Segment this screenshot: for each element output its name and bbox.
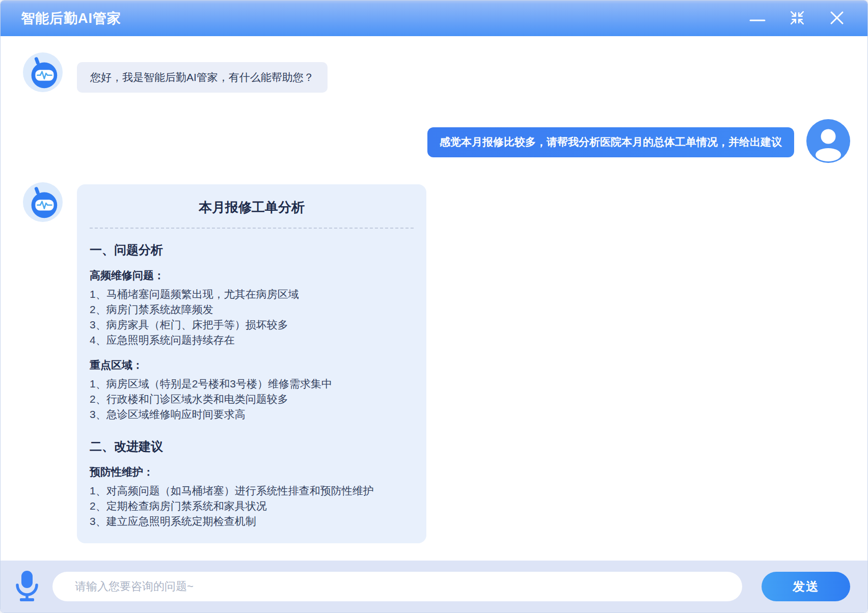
- composer-bar: 发送: [1, 561, 867, 612]
- list-item: 1、马桶堵塞问题频繁出现，尤其在病房区域: [90, 287, 414, 302]
- list-item: 3、建立应急照明系统定期检查机制: [90, 514, 414, 529]
- subheading-preventive-maintenance: 预防性维护：: [90, 465, 414, 479]
- close-button[interactable]: [828, 9, 846, 27]
- user-message-row: 感觉本月报修比较多，请帮我分析医院本月的总体工单情况，并给出建议: [23, 120, 850, 163]
- list-item: 3、病房家具（柜门、床把手等）损坏较多: [90, 317, 414, 332]
- section-heading-improvement: 二、改进建议: [90, 438, 414, 455]
- preventive-maintenance-list: 1、对高频问题（如马桶堵塞）进行系统性排查和预防性维护 2、定期检查病房门禁系统…: [90, 483, 414, 529]
- robot-avatar-icon: [23, 182, 63, 222]
- title-bar: 智能后勤AI管家: [1, 1, 867, 36]
- list-item: 1、病房区域（特别是2号楼和3号楼）维修需求集中: [90, 376, 414, 392]
- analysis-card: 本月报修工单分析 一、问题分析 高频维修问题： 1、马桶堵塞问题频繁出现，尤其在…: [77, 184, 426, 543]
- analysis-card-title: 本月报修工单分析: [90, 197, 414, 217]
- restore-button[interactable]: [788, 9, 806, 27]
- close-icon: [829, 10, 845, 27]
- list-item: 4、应急照明系统问题持续存在: [90, 332, 414, 348]
- app-window: 智能后勤AI管家: [0, 0, 868, 613]
- question-input[interactable]: [52, 572, 742, 601]
- user-question-bubble: 感觉本月报修比较多，请帮我分析医院本月的总体工单情况，并给出建议: [427, 127, 794, 157]
- app-title: 智能后勤AI管家: [21, 9, 121, 27]
- list-item: 2、病房门禁系统故障频发: [90, 302, 414, 317]
- microphone-button[interactable]: [15, 570, 39, 603]
- window-controls: [748, 9, 846, 27]
- bot-message-row: 您好，我是智能后勤AI管家，有什么能帮助您？: [23, 54, 850, 93]
- list-item: 1、对高频问题（如马桶堵塞）进行系统性排查和预防性维护: [90, 483, 414, 498]
- dashed-divider: [90, 228, 414, 229]
- key-areas-list: 1、病房区域（特别是2号楼和3号楼）维修需求集中 2、行政楼和门诊区域水类和电类…: [90, 376, 414, 422]
- robot-avatar-icon: [23, 52, 63, 92]
- chat-area: 您好，我是智能后勤AI管家，有什么能帮助您？ 感觉本月报修比较多，请帮我分析医院…: [1, 36, 867, 561]
- send-button[interactable]: 发送: [762, 572, 850, 601]
- list-item: 2、定期检查病房门禁系统和家具状况: [90, 498, 414, 514]
- subheading-key-areas: 重点区域：: [90, 358, 414, 372]
- microphone-icon: [15, 570, 39, 604]
- list-item: 2、行政楼和门诊区域水类和电类问题较多: [90, 392, 414, 407]
- user-avatar-icon: [806, 119, 850, 163]
- list-item: 3、急诊区域维修响应时间要求高: [90, 407, 414, 422]
- section-heading-problem-analysis: 一、问题分析: [90, 242, 414, 258]
- minimize-button[interactable]: [748, 9, 767, 27]
- minimize-icon: [749, 9, 766, 28]
- subheading-frequent-issues: 高频维修问题：: [90, 268, 414, 283]
- frequent-issues-list: 1、马桶堵塞问题频繁出现，尤其在病房区域 2、病房门禁系统故障频发 3、病房家具…: [90, 287, 414, 348]
- restore-compress-icon: [790, 10, 805, 27]
- bot-analysis-row: 本月报修工单分析 一、问题分析 高频维修问题： 1、马桶堵塞问题频繁出现，尤其在…: [23, 184, 850, 543]
- bot-greeting-bubble: 您好，我是智能后勤AI管家，有什么能帮助您？: [77, 62, 328, 93]
